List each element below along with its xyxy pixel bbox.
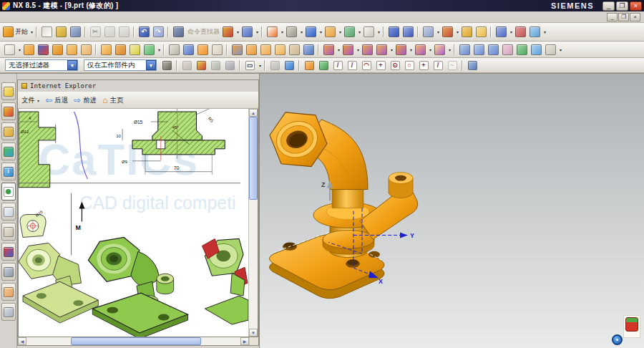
- snap-arc-button[interactable]: ◠: [359, 59, 374, 72]
- mirror-feature-button[interactable]: [413, 43, 427, 57]
- menu-analysis[interactable]: [71, 16, 79, 18]
- child-close-button[interactable]: ×: [630, 13, 640, 21]
- subtract-button[interactable]: [244, 43, 258, 57]
- menu-format[interactable]: [36, 16, 45, 18]
- reverse-direction-button[interactable]: [223, 59, 237, 72]
- vertical-scroll-thumb[interactable]: [249, 117, 258, 200]
- open-button[interactable]: [54, 25, 68, 39]
- shaded-view-button[interactable]: [303, 25, 318, 39]
- sync-modeling-button[interactable]: [457, 43, 472, 57]
- import-view-button[interactable]: [386, 25, 401, 39]
- restore-button[interactable]: ❐: [616, 1, 628, 11]
- menu-preferences[interactable]: [79, 16, 88, 18]
- copy-button[interactable]: [102, 25, 117, 39]
- ie-file-menu[interactable]: 文件 ▾: [21, 96, 39, 105]
- edit-section-button[interactable]: [342, 25, 356, 39]
- edge-blend-button[interactable]: [486, 43, 500, 57]
- ie-home-button[interactable]: ⌂ 主页: [102, 96, 123, 105]
- menu-information[interactable]: [62, 16, 71, 18]
- delete-face-button[interactable]: [341, 43, 355, 57]
- undo-button[interactable]: ↶: [137, 25, 151, 39]
- sketch-button[interactable]: [2, 43, 16, 57]
- snapshot-button[interactable]: [440, 25, 454, 39]
- zoom-button[interactable]: [284, 25, 298, 39]
- draft-button[interactable]: [258, 43, 273, 57]
- reuse-library-tab[interactable]: [1, 142, 16, 160]
- snap-burst-button[interactable]: [302, 59, 316, 72]
- scroll-down-icon[interactable]: ▼: [249, 329, 258, 337]
- ie-forward-button[interactable]: ⇨ 前进: [74, 96, 97, 105]
- internet-explorer-tab[interactable]: ◉: [1, 183, 16, 200]
- cut-button[interactable]: ✂: [88, 25, 102, 39]
- shaded-locate-button[interactable]: [268, 59, 282, 72]
- new-button[interactable]: [39, 25, 54, 39]
- history-tab[interactable]: [1, 203, 16, 221]
- snap-quadrant-button[interactable]: ○: [402, 59, 416, 72]
- selection-scope-combo[interactable]: 仅在工作部件内 ▼: [84, 59, 157, 71]
- minimize-button[interactable]: _: [602, 1, 615, 11]
- curve-button[interactable]: [142, 43, 156, 57]
- pattern-face-button[interactable]: [394, 43, 408, 57]
- shell-button[interactable]: [273, 43, 287, 57]
- sketch-in-task-button[interactable]: [21, 43, 36, 57]
- graphics-viewport[interactable]: Y X Z: [259, 74, 644, 348]
- blend-button[interactable]: [287, 43, 301, 57]
- trim-body-button[interactable]: [432, 43, 447, 57]
- rectangle-select-button[interactable]: ▭: [243, 59, 257, 72]
- offset-region-button[interactable]: [374, 43, 389, 57]
- snap-endpoint-button[interactable]: /: [331, 59, 345, 72]
- snap-tangent-button[interactable]: /: [431, 59, 445, 72]
- type-filter-combo[interactable]: 无选择过滤器 ▼: [5, 59, 78, 71]
- scene-settings-button[interactable]: [474, 25, 488, 39]
- system-visualization-tab[interactable]: [1, 263, 16, 281]
- true-shading-button[interactable]: [494, 25, 508, 39]
- system-materials-tab[interactable]: [1, 223, 16, 241]
- datum-plane-button[interactable]: [36, 43, 50, 57]
- system-scene-tab[interactable]: [1, 243, 16, 261]
- measure-button[interactable]: [513, 25, 527, 39]
- child-minimize-button[interactable]: _: [607, 13, 618, 21]
- menu-gc-toolbox[interactable]: [97, 16, 105, 18]
- datum-csys-button[interactable]: [514, 43, 529, 57]
- unite-button[interactable]: [230, 43, 244, 57]
- point-button[interactable]: [127, 43, 142, 57]
- child-restore-button[interactable]: ❐: [618, 13, 629, 21]
- snap-existing-point-button[interactable]: +: [416, 59, 431, 72]
- start-button[interactable]: 开始: [2, 25, 29, 39]
- horizontal-scrollbar[interactable]: ◀ ▶: [18, 337, 258, 345]
- menu-edit[interactable]: [11, 16, 19, 18]
- wireframe-view-button[interactable]: [361, 25, 376, 39]
- roles-tab[interactable]: [1, 283, 16, 301]
- assembly-navigator-tab[interactable]: [1, 82, 16, 100]
- interpart-select-button[interactable]: [194, 59, 208, 72]
- tube-button[interactable]: [210, 43, 224, 57]
- snap-center-button[interactable]: ⊙: [388, 59, 402, 72]
- geometry-analysis-button[interactable]: [529, 43, 543, 57]
- part-navigator-tab[interactable]: [1, 122, 16, 140]
- move-face-button[interactable]: [321, 43, 336, 57]
- revolve-button[interactable]: [181, 43, 195, 57]
- close-button[interactable]: ×: [630, 1, 642, 11]
- vertical-scrollbar[interactable]: ▲ ▼: [248, 109, 258, 337]
- ray-traced-studio-button[interactable]: [459, 25, 474, 39]
- menu-file[interactable]: [2, 16, 11, 18]
- menu-assemblies[interactable]: [54, 16, 62, 18]
- block-button[interactable]: [50, 43, 64, 57]
- menu-help[interactable]: [105, 16, 114, 18]
- wcs-globe-button[interactable]: [282, 59, 296, 72]
- system-windows-tab[interactable]: [1, 303, 16, 321]
- menu-view[interactable]: [19, 16, 28, 18]
- command-finder-button[interactable]: [171, 25, 185, 39]
- snap-midpoint-button[interactable]: /: [345, 59, 359, 72]
- visual-effects-button[interactable]: [421, 25, 435, 39]
- constraint-navigator-tab[interactable]: [1, 102, 16, 120]
- gear-icon[interactable]: [612, 334, 623, 345]
- fit-view-button[interactable]: [265, 25, 279, 39]
- scroll-left-icon[interactable]: ◀: [18, 337, 26, 345]
- desktop-shortcut-icon[interactable]: [623, 315, 640, 338]
- display-constraints-button[interactable]: [527, 25, 542, 39]
- ie-back-button[interactable]: ⇦ 后退: [45, 96, 68, 105]
- menu-window[interactable]: [88, 16, 97, 18]
- scroll-right-icon[interactable]: ▶: [240, 337, 249, 345]
- horizontal-scroll-thumb[interactable]: [71, 337, 201, 345]
